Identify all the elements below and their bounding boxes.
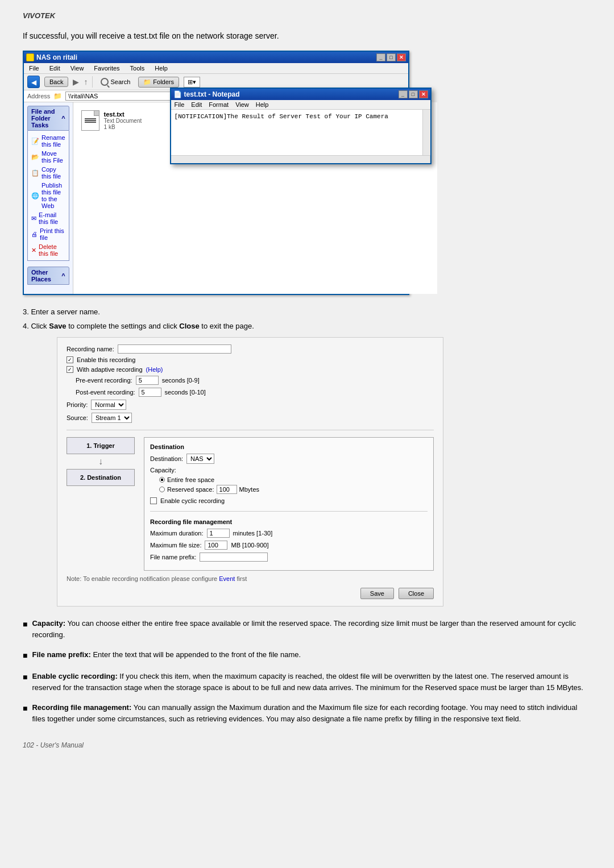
file-line: [85, 122, 96, 123]
menu-tools[interactable]: Tools: [128, 64, 147, 72]
recording-mgmt-title: Recording file management: [150, 518, 428, 525]
post-event-input[interactable]: [139, 388, 161, 397]
adaptive-recording-row: With adaptive recording (Help): [67, 366, 434, 373]
menu-file[interactable]: File: [27, 64, 41, 72]
bullet-item-capacity: ■ Capacity: You can choose either the en…: [23, 618, 591, 640]
sidebar-item-copy[interactable]: 📋 Copy this file: [30, 165, 67, 181]
trigger-box[interactable]: 1. Trigger: [67, 437, 135, 454]
sidebar-item-move[interactable]: 📂 Move this File: [30, 149, 67, 165]
post-event-row: Post-event recording: seconds [0-10]: [76, 388, 434, 397]
menu-favorites[interactable]: Favorites: [92, 64, 121, 72]
bullet-item-cyclic: ■ Enable cyclic recording: If you check …: [23, 671, 591, 693]
toolbar-divider: [92, 76, 93, 88]
view-button[interactable]: ⊞▾: [184, 77, 200, 88]
priority-row: Priority: Normal: [67, 400, 434, 410]
search-label: Search: [110, 78, 130, 85]
adaptive-label: With adaptive recording: [77, 366, 143, 373]
menu-view[interactable]: View: [69, 64, 86, 72]
step3-text: 3. Enter a server name.: [23, 308, 591, 316]
notepad-menu-format[interactable]: Format: [209, 101, 229, 108]
explorer-titlebar-icon: [26, 53, 34, 61]
forward-button[interactable]: ▶: [73, 77, 79, 86]
enable-recording-row: Enable this recording: [67, 356, 434, 363]
menu-edit[interactable]: Edit: [48, 64, 62, 72]
intro-text: If successful, you will receive a test.t…: [23, 31, 591, 40]
close-button-form[interactable]: Close: [399, 588, 434, 599]
recording-name-input[interactable]: [118, 344, 231, 354]
notepad-scrollbar[interactable]: [422, 110, 430, 155]
cyclic-checkbox[interactable]: [150, 497, 157, 504]
menu-help[interactable]: Help: [153, 64, 169, 72]
notepad-text: [NOTIFICATION]The Result of Server Test …: [175, 113, 388, 120]
reserved-space-radio[interactable]: [159, 487, 165, 492]
restore-button[interactable]: □: [387, 53, 396, 61]
minimize-button[interactable]: _: [376, 53, 385, 61]
capacity-radio-group: Entire free space Reserved space: Mbytes: [159, 476, 428, 494]
folders-button[interactable]: 📁 Folders: [138, 77, 179, 88]
notepad-menu-view[interactable]: View: [235, 101, 249, 108]
max-duration-input[interactable]: [207, 529, 230, 538]
print-icon: 🖨: [31, 231, 38, 238]
adaptive-recording-checkbox[interactable]: [67, 366, 73, 373]
capacity-label: Capacity:: [150, 467, 176, 474]
pre-event-row: Pre-event recording: seconds [0-9]: [76, 376, 434, 385]
sidebar-item-rename[interactable]: 📝 Rename this file: [30, 133, 67, 149]
notepad-restore-btn[interactable]: □: [409, 90, 418, 98]
max-duration-unit: minutes [1-30]: [233, 530, 273, 537]
file-lines: [85, 118, 96, 123]
notepad-scrollbar-h[interactable]: [171, 156, 430, 163]
event-link[interactable]: Event: [219, 575, 235, 582]
priority-label: Priority:: [67, 401, 88, 408]
address-icon: 📁: [53, 92, 62, 100]
titlebar-left: NAS on ritali: [26, 53, 77, 61]
close-button[interactable]: ✕: [397, 53, 406, 61]
max-file-size-label: Maximum file size:: [150, 542, 201, 549]
entire-free-space-option[interactable]: Entire free space: [159, 476, 428, 483]
sidebar-item-email[interactable]: ✉ E-mail this file: [30, 210, 67, 226]
destination-box[interactable]: 2. Destination: [67, 469, 135, 486]
file-type: Text Document: [104, 118, 142, 124]
sidebar-item-publish[interactable]: 🌐 Publish this file to the Web: [30, 181, 67, 210]
explorer-titlebar: NAS on ritali _ □ ✕: [24, 52, 408, 63]
enable-recording-label: Enable this recording: [77, 356, 135, 363]
enable-recording-checkbox[interactable]: [67, 356, 73, 363]
file-prefix-input[interactable]: [200, 553, 268, 562]
bullet-text-prefix: File name prefix: Enter the text that wi…: [32, 649, 591, 662]
pre-event-input[interactable]: [136, 376, 159, 385]
back-button[interactable]: ◀: [27, 76, 40, 88]
max-duration-label: Maximum duration:: [150, 530, 204, 537]
other-places-title[interactable]: Other Places ^: [27, 267, 69, 285]
notepad-close-btn[interactable]: ✕: [419, 90, 428, 98]
help-link[interactable]: (Help): [146, 366, 163, 373]
reserved-space-input[interactable]: [217, 485, 237, 494]
max-file-size-input[interactable]: [205, 541, 227, 550]
explorer-content: test.txt Text Document 1 kB 📄 test.txt -…: [73, 102, 437, 294]
notepad-minimize-btn[interactable]: _: [399, 90, 408, 98]
recording-form: Recording name: Enable this recording Wi…: [57, 337, 443, 607]
notepad-menu-file[interactable]: File: [175, 101, 185, 108]
bullet-icon-3: ■: [23, 671, 27, 693]
pre-event-label: Pre-event recording:: [76, 377, 132, 384]
source-select[interactable]: Stream 1: [92, 413, 132, 423]
file-name: test.txt: [104, 111, 142, 118]
back-label[interactable]: Back: [44, 77, 68, 87]
bullet-item-prefix: ■ File name prefix: Enter the text that …: [23, 649, 591, 662]
save-button[interactable]: Save: [360, 588, 394, 599]
destination-select[interactable]: NAS: [186, 454, 214, 464]
email-icon: ✉: [31, 215, 36, 222]
sidebar-item-print[interactable]: 🖨 Print this file: [30, 226, 67, 242]
rename-icon: 📝: [31, 138, 39, 145]
post-event-unit: seconds [0-10]: [165, 389, 206, 396]
max-file-size-row: Maximum file size: MB [100-900]: [150, 541, 428, 550]
search-button[interactable]: Search: [97, 77, 134, 87]
entire-free-space-radio[interactable]: [159, 477, 165, 483]
source-row: Source: Stream 1: [67, 413, 434, 423]
file-folder-tasks-title[interactable]: File and Folder Tasks ^: [27, 106, 69, 131]
notepad-titlebar: 📄 test.txt - Notepad _ □ ✕: [171, 89, 430, 100]
notepad-menu-help[interactable]: Help: [256, 101, 269, 108]
priority-select[interactable]: Normal: [91, 400, 126, 410]
sidebar-item-delete[interactable]: ✕ Delete this file: [30, 242, 67, 258]
reserved-space-option[interactable]: Reserved space: Mbytes: [159, 485, 428, 494]
up-button[interactable]: ↑: [84, 77, 88, 86]
notepad-menu-edit[interactable]: Edit: [191, 101, 202, 108]
